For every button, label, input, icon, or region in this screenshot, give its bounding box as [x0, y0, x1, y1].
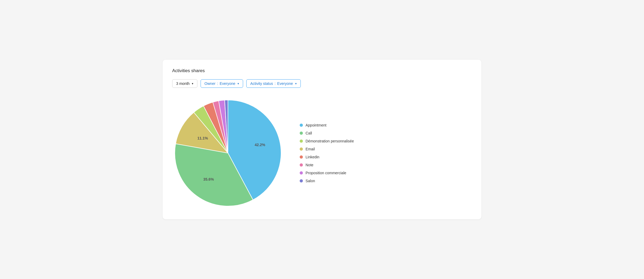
owner-filter[interactable]: Owner : Everyone ▾: [201, 79, 243, 88]
legend-dot: [300, 155, 303, 159]
legend-item: Démonstration personnalisée: [300, 139, 354, 143]
legend-dot: [300, 179, 303, 182]
legend-label: Linkedin: [306, 155, 319, 159]
legend-dot: [300, 171, 303, 175]
legend-dot: [300, 124, 303, 127]
legend-item: Call: [300, 131, 354, 135]
pie-chart: 42.2%35.6%11.1%: [172, 97, 284, 209]
activities-shares-card: Activities shares 3 month ▾ Owner : Ever…: [163, 60, 481, 219]
legend-label: Note: [306, 163, 313, 167]
activity-status-separator: :: [274, 81, 276, 86]
activity-status-chevron: ▾: [295, 82, 297, 85]
chart-legend: AppointmentCallDémonstration personnalis…: [300, 123, 354, 183]
legend-label: Email: [306, 147, 315, 151]
legend-item: Note: [300, 163, 354, 167]
activity-status-filter[interactable]: Activity status : Everyone ▾: [246, 79, 301, 88]
owner-prefix: Owner: [205, 81, 215, 86]
legend-item: Linkedin: [300, 155, 354, 159]
legend-label: Appointment: [306, 123, 327, 127]
owner-separator: :: [217, 81, 218, 86]
legend-item: Salon: [300, 179, 354, 183]
activity-status-value: Everyone: [277, 81, 293, 86]
svg-text:35.6%: 35.6%: [203, 177, 214, 181]
legend-dot: [300, 147, 303, 151]
legend-dot: [300, 140, 303, 143]
card-title: Activities shares: [172, 68, 472, 73]
filters-bar: 3 month ▾ Owner : Everyone ▾ Activity st…: [172, 79, 472, 88]
activity-status-prefix: Activity status: [250, 81, 273, 86]
legend-label: Démonstration personnalisée: [306, 139, 354, 143]
legend-item: Appointment: [300, 123, 354, 127]
legend-item: Email: [300, 147, 354, 151]
legend-dot: [300, 132, 303, 135]
legend-item: Proposition commerciale: [300, 171, 354, 175]
legend-dot: [300, 163, 303, 167]
legend-label: Call: [306, 131, 312, 135]
period-chevron: ▾: [192, 82, 193, 85]
owner-value: Everyone: [220, 81, 235, 86]
period-filter[interactable]: 3 month ▾: [172, 79, 197, 88]
owner-chevron: ▾: [238, 82, 239, 85]
svg-text:11.1%: 11.1%: [197, 136, 208, 140]
chart-area: 42.2%35.6%11.1% AppointmentCallDémonstra…: [172, 97, 472, 209]
period-label: 3 month: [176, 81, 190, 86]
legend-label: Salon: [306, 179, 315, 183]
legend-label: Proposition commerciale: [306, 171, 346, 175]
svg-text:42.2%: 42.2%: [255, 143, 265, 147]
